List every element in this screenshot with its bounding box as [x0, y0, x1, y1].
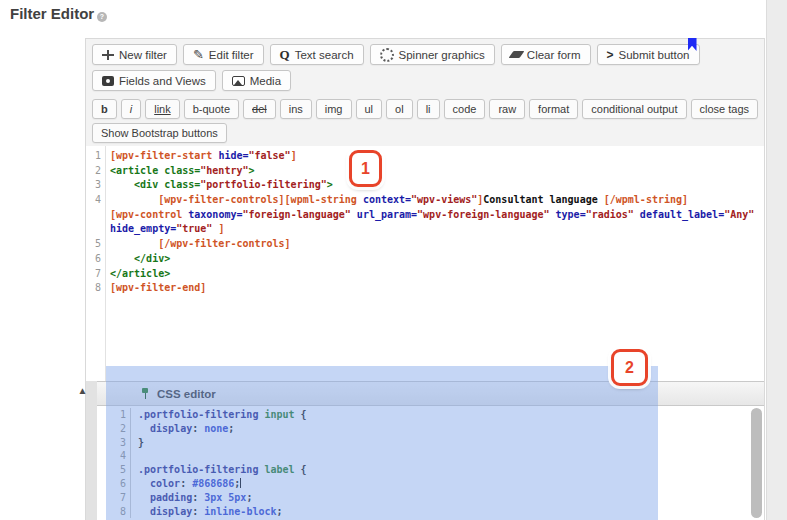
- submit-button[interactable]: >Submit button: [597, 44, 700, 65]
- quicktag-link-button[interactable]: link: [145, 99, 180, 119]
- media-button-label: Media: [250, 75, 281, 87]
- quicktag-ul-button[interactable]: ul: [356, 99, 383, 119]
- toolbar-row-2: Fields and ViewsMedia: [92, 70, 760, 91]
- line-number: [86, 208, 105, 223]
- filter-editor-panel: New filter✎Edit filterQText searchSpinne…: [85, 38, 765, 520]
- line-number: 4: [97, 449, 131, 463]
- line-number: 8: [86, 281, 105, 296]
- quicktag-b-button[interactable]: b: [92, 99, 117, 119]
- line-number: 1: [86, 149, 105, 164]
- quicktag-i-button[interactable]: i: [121, 99, 141, 119]
- css-editor-left-strip: [86, 381, 97, 520]
- quicktag-ins-button[interactable]: ins: [280, 99, 312, 119]
- line-number: 4: [86, 193, 105, 208]
- css-editor-panel: CSS editor 1.portfolio-filtering input {…: [97, 381, 764, 520]
- spinner-graphics-button[interactable]: Spinner graphics: [370, 44, 495, 65]
- text-search-button-label: Text search: [295, 49, 354, 61]
- quicktag-raw-button[interactable]: raw: [489, 99, 525, 119]
- quicktag-conditional-output-button[interactable]: conditional output: [582, 99, 686, 119]
- quicktag-close-tags-button[interactable]: close tags: [691, 99, 759, 119]
- page-right-gutter: [766, 0, 787, 520]
- line-number: 2: [86, 164, 105, 179]
- eraser-icon: [508, 51, 524, 58]
- code-line: 4: [97, 449, 764, 463]
- code-line: 8[wpv-filter-end]: [86, 281, 764, 296]
- callout-2-label: 2: [625, 359, 634, 377]
- quicktag-format-button[interactable]: format: [529, 99, 578, 119]
- media-icon: [232, 76, 245, 86]
- code-line: 8 display: inline-block;: [97, 505, 764, 519]
- bookmark-icon: [688, 38, 697, 51]
- fields-and-views-button-label: Fields and Views: [119, 75, 206, 87]
- quicktag-li-button[interactable]: li: [417, 99, 440, 119]
- media-button[interactable]: Media: [222, 70, 291, 91]
- code-line: 6 color: #868686;: [97, 477, 764, 491]
- quicktag-b-quote-button[interactable]: b-quote: [184, 99, 239, 119]
- line-number: 8: [97, 505, 131, 519]
- line-number: 5: [86, 237, 105, 252]
- line-number: 3: [97, 436, 131, 450]
- line-number: 2: [97, 422, 131, 436]
- quicktag-img-button[interactable]: img: [316, 99, 352, 119]
- clear-form-button-label: Clear form: [527, 49, 581, 61]
- editor-toolbar: New filter✎Edit filterQText searchSpinne…: [86, 39, 764, 147]
- pin-icon: [141, 388, 149, 400]
- code-line: 2<article class="hentry">: [86, 164, 764, 179]
- edit-filter-button[interactable]: ✎Edit filter: [183, 44, 264, 65]
- line-number: 7: [97, 491, 131, 505]
- code-line: 1.portfolio-filtering input {: [97, 408, 764, 422]
- edit-filter-icon: ✎: [193, 49, 204, 61]
- css-editor-collapse-button[interactable]: ▲: [69, 382, 96, 400]
- callout-1-label: 1: [361, 160, 370, 178]
- line-number: 7: [86, 267, 105, 282]
- text-cursor: [240, 478, 241, 488]
- code-line: 5.portfolio-filtering label {: [97, 463, 764, 477]
- quicktag-code-button[interactable]: code: [444, 99, 486, 119]
- code-line: 2 display: none;: [97, 422, 764, 436]
- fields-views-icon: [102, 76, 114, 86]
- line-number: 1: [97, 408, 131, 422]
- page-title: Filter Editor: [10, 5, 94, 22]
- edit-filter-button-label: Edit filter: [209, 49, 254, 61]
- spinner-icon: [380, 48, 394, 62]
- line-number: 6: [86, 252, 105, 267]
- filter-editor-page: Filter Editor ? New filter✎Edit filterQT…: [0, 0, 787, 520]
- code-line: 5 [/wpv-filter-controls]: [86, 237, 764, 252]
- new-filter-button[interactable]: New filter: [92, 44, 177, 65]
- new-filter-button-label: New filter: [119, 49, 167, 61]
- filter-code-editor[interactable]: 1[wpv-filter-start hide="false"]2<articl…: [86, 146, 764, 384]
- code-line: 1[wpv-filter-start hide="false"]: [86, 149, 764, 164]
- line-number: 6: [97, 477, 131, 491]
- code-line: 3 <div class="portfolio-filtering">: [86, 178, 764, 193]
- callout-2: 2: [611, 349, 648, 386]
- new-filter-icon: [102, 49, 114, 61]
- help-icon[interactable]: ?: [97, 12, 107, 22]
- quicktag-del-button[interactable]: del: [243, 99, 276, 119]
- line-number: 3: [86, 178, 105, 193]
- css-editor-title: CSS editor: [157, 388, 216, 400]
- css-editor-header[interactable]: CSS editor: [97, 381, 764, 406]
- line-number: [86, 222, 105, 237]
- css-code-editor[interactable]: 1.portfolio-filtering input {2 display: …: [97, 406, 764, 520]
- collapse-arrow-icon: ▲: [78, 385, 88, 396]
- bootstrap-row: Show Bootstrap buttons: [92, 123, 760, 143]
- chevron-right-icon: >: [607, 49, 614, 61]
- search-icon: Q: [280, 48, 290, 61]
- text-search-button[interactable]: QText search: [270, 44, 364, 65]
- spinner-graphics-button-label: Spinner graphics: [399, 49, 485, 61]
- line-number: 5: [97, 463, 131, 477]
- css-editor-scrollbar-thumb[interactable]: [751, 408, 762, 518]
- code-line: 3}: [97, 436, 764, 450]
- code-line: [wpv-control taxonomy="foreign-language"…: [86, 208, 764, 223]
- fields-and-views-button[interactable]: Fields and Views: [92, 70, 216, 91]
- code-line: 7 padding: 3px 5px;: [97, 491, 764, 505]
- code-line: 4 [wpv-filter-controls][wpml-string cont…: [86, 193, 764, 208]
- callout-1: 1: [349, 150, 382, 187]
- code-line: 7</article>: [86, 267, 764, 282]
- toolbar-row-1: New filter✎Edit filterQText searchSpinne…: [92, 44, 760, 65]
- code-line: 6 </div>: [86, 252, 764, 267]
- show-bootstrap-buttons-button[interactable]: Show Bootstrap buttons: [92, 123, 227, 143]
- submit-button-label: Submit button: [619, 49, 690, 61]
- clear-form-button[interactable]: Clear form: [501, 44, 591, 65]
- quicktag-ol-button[interactable]: ol: [386, 99, 413, 119]
